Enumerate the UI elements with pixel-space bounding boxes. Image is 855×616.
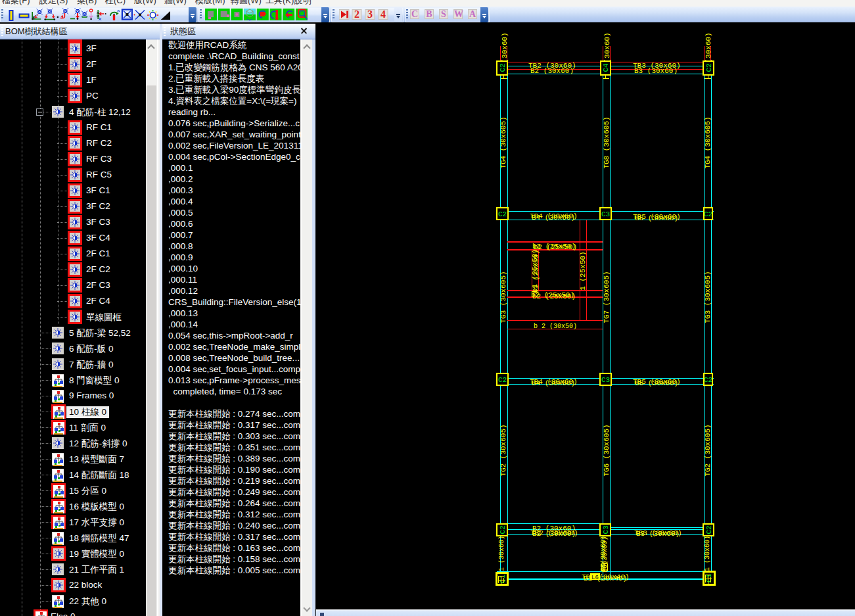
svg-text:TG2 (30x605): TG2 (30x605) (499, 424, 507, 476)
svg-text:B3 (30x60): B3 (30x60) (634, 67, 678, 75)
svg-text:3: 3 (367, 9, 373, 20)
svg-text:C2: C2 (498, 210, 507, 218)
svg-text:B2 (30x60): B2 (30x60) (532, 530, 576, 538)
svg-text:C3: C3 (601, 376, 610, 384)
svg-text:1 (30x60): 1 (30x60) (498, 536, 505, 571)
svg-text:C2: C2 (499, 525, 507, 534)
svg-text:C3: C3 (602, 525, 610, 534)
svg-text:B5 (30x60): B5 (30x60) (635, 379, 678, 387)
svg-text:TG4 (30x605): TG4 (30x605) (499, 116, 507, 168)
svg-text:C1: C1 (499, 574, 507, 583)
svg-text:C2: C2 (705, 63, 713, 72)
svg-text:B2 (30x60): B2 (30x60) (530, 67, 574, 75)
svg-text:2: 2 (354, 9, 359, 20)
svg-text:C3: C3 (601, 210, 610, 218)
svg-text:B5 (30x60): B5 (30x60) (635, 214, 678, 222)
svg-text:b2 (25x50): b2 (25x50) (534, 243, 577, 251)
svg-text:C2: C2 (498, 376, 507, 384)
svg-text:TG3 (30x605): TG3 (30x605) (704, 271, 712, 323)
svg-text:C2: C2 (704, 376, 712, 384)
svg-text:b1 (25x50): b1 (25x50) (532, 250, 540, 293)
svg-text:4: 4 (381, 9, 386, 20)
svg-text:(30x60): (30x60) (603, 32, 611, 62)
svg-text:C4: C4 (602, 63, 610, 72)
svg-text:B4 (30x60): B4 (30x60) (532, 214, 575, 222)
svg-text:b2 (25x50): b2 (25x50) (532, 293, 576, 300)
svg-text:1 (25x50): 1 (25x50) (579, 251, 587, 290)
svg-text:TG6 (30x605): TG6 (30x605) (603, 424, 611, 476)
svg-text:(30x60): (30x60) (705, 32, 712, 62)
svg-text:(30x60): (30x60) (501, 32, 509, 62)
svg-text:TG2 (30x605): TG2 (30x605) (704, 424, 712, 476)
svg-text:TG8 (30x605): TG8 (30x605) (603, 116, 611, 168)
svg-text:L6: L6 (591, 575, 599, 581)
svg-text:1 (30x60): 1 (30x60) (704, 536, 711, 571)
svg-text:C2: C2 (499, 63, 507, 72)
svg-text:B1 (30x40): B1 (30x40) (584, 575, 627, 582)
svg-text:TG4 (30x605): TG4 (30x605) (704, 116, 712, 168)
svg-text:B4 (30x60): B4 (30x60) (532, 379, 575, 387)
svg-text:b 2 (30x50): b 2 (30x50) (534, 323, 577, 330)
svg-text:TG7 (30x605): TG7 (30x605) (603, 271, 611, 323)
svg-text:TG3 (30x605): TG3 (30x605) (499, 271, 507, 323)
svg-text:C2: C2 (705, 525, 713, 534)
svg-text:C2: C2 (704, 210, 712, 218)
svg-text:B3 (30x60): B3 (30x60) (636, 530, 680, 538)
